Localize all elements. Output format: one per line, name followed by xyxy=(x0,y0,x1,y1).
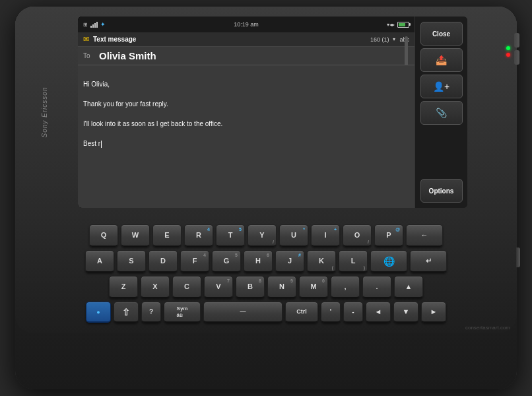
signal-bar-2 xyxy=(92,24,94,28)
enter-key[interactable]: ↵ xyxy=(410,250,447,273)
key-e[interactable]: E xyxy=(152,224,182,247)
space-key[interactable]: — xyxy=(203,302,283,323)
arrow-up-key[interactable]: ▲ xyxy=(394,276,423,298)
key-i[interactable]: I+ xyxy=(311,224,340,247)
bluetooth-icon: ✦ xyxy=(100,21,106,28)
message-text: Hi Olivia, Thank you for your fast reply… xyxy=(83,69,409,148)
keyboard-row-1: Q W E R4 T5 Y/ U* I+ O/ P@ ← xyxy=(24,224,508,247)
recipient-name: Olivia Smith xyxy=(99,50,156,61)
signal-bar-4 xyxy=(96,22,98,28)
key-r[interactable]: R4 xyxy=(184,224,213,247)
message-body[interactable]: Hi Olivia, Thank you for your fast reply… xyxy=(78,65,415,208)
sim-icon: ⊞ xyxy=(83,22,88,28)
backspace-key[interactable]: ← xyxy=(406,224,443,247)
add-person-icon: 👤+ xyxy=(433,82,449,91)
text-cursor xyxy=(101,141,102,148)
time-display: 10:19 am xyxy=(234,21,259,28)
globe-icon: 🌐 xyxy=(383,256,395,267)
key-x[interactable]: X xyxy=(141,276,170,298)
to-field[interactable]: To Olivia Smith xyxy=(78,47,415,65)
attach-button[interactable]: 📎 xyxy=(420,101,463,125)
key-a[interactable]: A xyxy=(85,250,114,273)
key-comma[interactable]: , xyxy=(331,276,360,298)
status-left: ⊞ ✦ xyxy=(83,21,106,28)
volume-down-button[interactable] xyxy=(514,50,519,65)
options-label: Options xyxy=(429,187,454,195)
key-t[interactable]: T5 xyxy=(216,224,245,247)
indicator-lights xyxy=(506,46,510,57)
keyboard-rows: Q W E R4 T5 Y/ U* I+ O/ P@ ← A S D F4 G5… xyxy=(24,224,508,323)
message-header-bar: ✉ Text message 160 (1) ▾ abc xyxy=(78,32,415,47)
key-y[interactable]: Y/ xyxy=(248,224,277,247)
ctrl-key[interactable]: Ctrl xyxy=(285,302,318,323)
brand-label: Sony Ericsson xyxy=(41,87,48,138)
signal-bar-3 xyxy=(94,23,96,28)
key-apostrophe[interactable]: ' xyxy=(321,302,341,323)
screen-main: ⊞ ✦ 10:19 am ▾◂▸ xyxy=(78,16,415,208)
to-label: To xyxy=(83,52,94,59)
arrow-left-key[interactable]: ◄ xyxy=(366,302,391,323)
keyboard-row-3: Z X C V7 B8 N9 M0 , . ▲ xyxy=(24,276,508,298)
attach-icon: 📎 xyxy=(436,108,447,117)
key-question[interactable]: ? xyxy=(141,302,161,323)
send-icon: 📤 xyxy=(436,55,447,65)
watermark: consertasmart.com xyxy=(465,325,510,331)
battery-icon xyxy=(397,22,409,28)
side-buttons xyxy=(514,33,519,65)
sym-key[interactable]: Symäü xyxy=(164,302,201,323)
key-k[interactable]: K( xyxy=(307,250,336,273)
right-panel: Close 📤 👤+ 📎 Options xyxy=(415,16,467,208)
shift-key[interactable]: ⇧ xyxy=(114,302,139,323)
key-q[interactable]: Q xyxy=(89,224,118,247)
key-b[interactable]: B8 xyxy=(236,276,265,298)
sms-envelope-icon: ✉ xyxy=(83,35,89,44)
fn-blue-key[interactable]: ● xyxy=(86,302,111,323)
key-o[interactable]: O/ xyxy=(343,224,372,247)
green-indicator xyxy=(506,46,510,50)
screen-container: ⊞ ✦ 10:19 am ▾◂▸ xyxy=(78,16,467,208)
phone-device: Sony Ericsson ⊞ ✦ xyxy=(15,7,517,389)
wifi-signal: ▾◂▸ xyxy=(387,22,395,28)
close-label: Close xyxy=(432,30,450,38)
key-h[interactable]: H6 xyxy=(244,250,273,273)
signal-bars xyxy=(90,21,98,28)
key-n[interactable]: N9 xyxy=(267,276,296,298)
keyboard-section: Q W E R4 T5 Y/ U* I+ O/ P@ ← A S D F4 G5… xyxy=(15,218,517,333)
key-m[interactable]: M0 xyxy=(299,276,328,298)
key-dash[interactable]: - xyxy=(343,302,363,323)
key-d[interactable]: D xyxy=(149,250,178,273)
signal-bar-1 xyxy=(90,26,92,28)
char-count-display: 160 (1) xyxy=(370,36,389,43)
key-p[interactable]: P@ xyxy=(374,224,403,247)
globe-key[interactable]: 🌐 xyxy=(370,250,407,273)
key-g[interactable]: G5 xyxy=(212,250,241,273)
red-indicator xyxy=(506,53,510,57)
send-message-button[interactable]: 📤 xyxy=(420,48,463,72)
add-contact-button[interactable]: 👤+ xyxy=(420,75,463,98)
key-c[interactable]: C xyxy=(172,276,201,298)
close-button[interactable]: Close xyxy=(420,22,463,46)
camera-button[interactable] xyxy=(516,248,520,267)
key-f[interactable]: F4 xyxy=(180,250,209,273)
message-type-label: Text message xyxy=(93,36,366,43)
key-s[interactable]: S xyxy=(117,250,146,273)
key-l[interactable]: L) xyxy=(339,250,368,273)
status-right: ▾◂▸ xyxy=(387,22,409,28)
keyboard-row-4: ● ⇧ ? Symäü — Ctrl ' - ◄ ▼ ► xyxy=(24,302,508,323)
key-period[interactable]: . xyxy=(362,276,391,298)
arrow-right-key[interactable]: ► xyxy=(421,302,446,323)
phone-top: Sony Ericsson ⊞ ✦ xyxy=(15,7,517,218)
key-u[interactable]: U* xyxy=(279,224,308,247)
arrow-down-key[interactable]: ▼ xyxy=(393,302,418,323)
status-bar: ⊞ ✦ 10:19 am ▾◂▸ xyxy=(78,16,415,32)
key-j[interactable]: J# xyxy=(275,250,304,273)
battery-fill xyxy=(399,23,405,26)
signal-down-icon: ▾ xyxy=(393,36,395,42)
key-z[interactable]: Z xyxy=(109,276,138,298)
volume-up-button[interactable] xyxy=(514,33,519,48)
key-w[interactable]: W xyxy=(121,224,150,247)
key-v[interactable]: V7 xyxy=(204,276,233,298)
battery-tip xyxy=(409,23,411,26)
keyboard-row-2: A S D F4 G5 H6 J# K( L) 🌐 ↵ xyxy=(24,250,508,273)
options-button[interactable]: Options xyxy=(420,179,463,203)
